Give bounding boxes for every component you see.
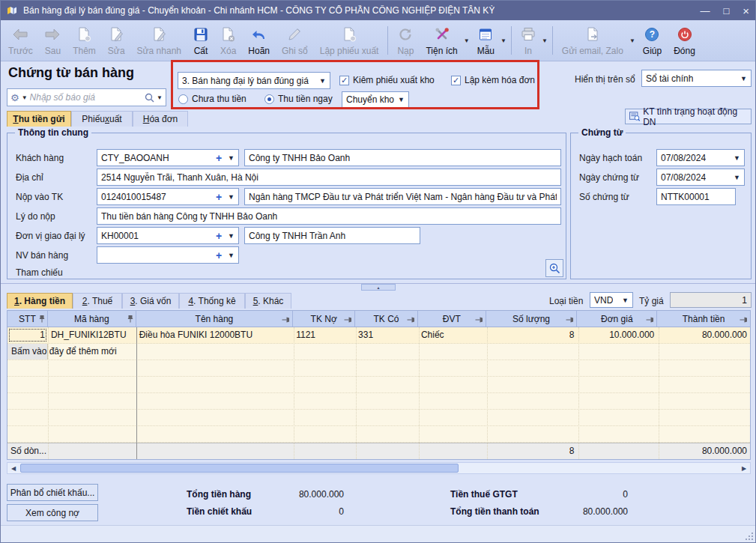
dropdown-caret-icon[interactable]: ▼ bbox=[618, 297, 629, 304]
tab-thong-ke[interactable]: 4. Thống kê bbox=[179, 293, 245, 309]
column-header-tk-no[interactable]: TK Nợ bbox=[293, 311, 355, 327]
empty-row[interactable] bbox=[7, 410, 750, 426]
customer-code-combo[interactable]: CTY_BAOOANH + ▼ bbox=[97, 149, 239, 166]
cell-unit[interactable]: Chiếc bbox=[418, 327, 486, 343]
cell-credit-account[interactable]: 331 bbox=[355, 327, 418, 343]
create-export-slip-button[interactable]: Lập phiếu xuất bbox=[314, 22, 385, 59]
dropdown-caret-icon[interactable]: ▼ bbox=[224, 154, 235, 162]
customer-name-field[interactable]: Công ty TNHH Bảo Oanh bbox=[244, 149, 561, 166]
cell-item-code[interactable]: DH_FUNIKI12BTU bbox=[48, 327, 136, 343]
export-slip-checkbox[interactable]: ✓ Kiêm phiếu xuất kho bbox=[339, 75, 435, 85]
column-header-dvt[interactable]: ĐVT bbox=[418, 311, 486, 327]
deposit-account-combo[interactable]: 0124010015487 + ▼ bbox=[97, 188, 239, 205]
cell-amount[interactable]: 80.000.000 bbox=[657, 327, 750, 343]
pin-horizontal-icon[interactable] bbox=[475, 315, 483, 325]
bank-name-field[interactable]: Ngân hàng TMCP Đầu tư và Phát triển Việt… bbox=[244, 188, 561, 205]
gear-icon[interactable]: ⚙ bbox=[10, 92, 19, 103]
column-header-stt[interactable]: STT bbox=[7, 311, 48, 327]
horizontal-scrollbar[interactable]: ◀ ▶ bbox=[7, 462, 751, 474]
dropdown-caret-icon[interactable]: ▼ bbox=[730, 174, 740, 181]
post-to-book-button[interactable]: Ghi sổ bbox=[276, 22, 314, 59]
currency-combo[interactable]: VND ▼ bbox=[590, 292, 633, 308]
save-button[interactable]: Cất bbox=[187, 22, 214, 59]
add-new-icon[interactable]: + bbox=[214, 152, 224, 164]
add-new-icon[interactable]: + bbox=[214, 191, 224, 203]
view-debt-button[interactable]: Xem công nợ bbox=[7, 504, 98, 521]
print-dropdown-caret-icon[interactable]: ▼ bbox=[542, 37, 549, 44]
cell-item-name[interactable]: Điều hòa FUNIKI 12000BTU bbox=[136, 327, 294, 343]
allocate-discount-button[interactable]: Phân bổ chiết khấu... bbox=[7, 484, 98, 501]
utilities-button[interactable]: Tiện ích bbox=[420, 22, 463, 59]
pin-horizontal-icon[interactable] bbox=[282, 315, 290, 325]
print-button[interactable]: In bbox=[515, 22, 542, 59]
edit-button[interactable]: Sửa bbox=[102, 22, 131, 59]
collect-now-radio[interactable]: Thu tiền ngay bbox=[264, 94, 333, 104]
tab-thue[interactable]: 2. Thuế bbox=[73, 293, 122, 309]
display-on-book-combo[interactable]: Sổ tài chính ▼ bbox=[641, 70, 752, 87]
send-email-zalo-button[interactable]: Gửi email, Zalo bbox=[556, 22, 629, 59]
collapse-panel-button[interactable]: ▲ bbox=[361, 284, 396, 291]
add-new-row[interactable]: Bấm vào đây để thêm mới bbox=[7, 344, 750, 360]
salesperson-combo[interactable]: + ▼ bbox=[97, 246, 239, 264]
resize-grip-icon[interactable] bbox=[746, 533, 754, 541]
maximize-button[interactable]: □ bbox=[723, 5, 729, 16]
gear-dropdown-caret-icon[interactable]: ▼ bbox=[22, 94, 28, 101]
column-header-thanh-tien[interactable]: Thành tiền bbox=[657, 311, 750, 327]
address-field[interactable]: 2514 Nguyễn Trãi, Thanh Xuân, Hà Nội bbox=[97, 169, 561, 186]
scroll-left-button[interactable]: ◀ bbox=[7, 463, 19, 473]
pin-icon[interactable] bbox=[127, 315, 133, 325]
table-row[interactable]: 1 DH_FUNIKI12BTU Điều hòa FUNIKI 12000BT… bbox=[7, 327, 750, 344]
search-dropdown-caret-icon[interactable]: ▼ bbox=[157, 94, 163, 101]
pin-horizontal-icon[interactable] bbox=[646, 315, 654, 325]
column-header-so-luong[interactable]: Số lượng bbox=[486, 311, 578, 327]
quick-edit-button[interactable]: Sửa nhanh bbox=[131, 22, 187, 59]
not-collected-radio[interactable]: Chưa thu tiền bbox=[178, 94, 247, 104]
dropdown-caret-icon[interactable]: ▼ bbox=[730, 154, 740, 162]
close-button[interactable]: × bbox=[743, 4, 749, 17]
cell-debit-account[interactable]: 1121 bbox=[293, 327, 355, 343]
tab-gia-von[interactable]: 3. Giá vốn bbox=[122, 293, 179, 309]
sale-type-combo[interactable]: 3. Bán hàng đại lý bán đúng giá ▼ bbox=[178, 72, 330, 89]
column-header-ma-hang[interactable]: Mã hàng bbox=[48, 311, 136, 327]
search-icon[interactable] bbox=[145, 93, 154, 103]
document-date-combo[interactable]: 07/08/2024 ▼ bbox=[656, 169, 745, 186]
undo-button[interactable]: Hoãn bbox=[242, 22, 276, 59]
utilities-dropdown-caret-icon[interactable]: ▼ bbox=[464, 37, 471, 44]
add-button[interactable]: Thêm bbox=[67, 22, 102, 59]
column-header-tk-co[interactable]: TK Có bbox=[355, 311, 418, 327]
send-dropdown-caret-icon[interactable]: ▼ bbox=[629, 37, 637, 44]
empty-row[interactable] bbox=[7, 393, 750, 410]
agent-name-field[interactable]: Công ty TNHH Trần Anh bbox=[244, 227, 420, 244]
quote-search-input[interactable] bbox=[30, 92, 143, 103]
pin-horizontal-icon[interactable] bbox=[344, 315, 352, 325]
pin-horizontal-icon[interactable] bbox=[740, 315, 748, 325]
payment-method-combo[interactable]: Chuyển khoản ▼ bbox=[342, 91, 409, 108]
tab-hang-tien[interactable]: 1. Hàng tiền bbox=[7, 293, 73, 309]
agent-code-combo[interactable]: KH00001 + ▼ bbox=[97, 227, 239, 244]
tab-thu-tien-gui[interactable]: Thu tiền gửi bbox=[7, 111, 71, 127]
templates-dropdown-caret-icon[interactable]: ▼ bbox=[501, 37, 508, 44]
reload-button[interactable]: Nạp bbox=[391, 22, 420, 59]
close-form-button[interactable]: Đóng bbox=[668, 22, 701, 59]
empty-row[interactable] bbox=[7, 377, 750, 393]
dropdown-caret-icon[interactable]: ▼ bbox=[224, 252, 235, 259]
empty-row[interactable] bbox=[7, 426, 750, 443]
cell-stt[interactable]: 1 bbox=[7, 327, 48, 343]
add-new-hint[interactable]: Bấm vào đây để thêm mới bbox=[7, 344, 120, 360]
add-new-icon[interactable]: + bbox=[214, 230, 224, 242]
document-no-field[interactable]: NTTK00001 bbox=[656, 188, 736, 205]
dropdown-caret-icon[interactable]: ▼ bbox=[224, 232, 235, 240]
add-new-icon[interactable]: + bbox=[214, 249, 224, 261]
previous-button[interactable]: Trước bbox=[2, 22, 39, 59]
with-invoice-checkbox[interactable]: ✓ Lập kèm hóa đơn bbox=[451, 75, 535, 85]
templates-button[interactable]: Mẫu bbox=[471, 22, 501, 59]
check-business-status-button[interactable]: KT tình trạng hoạt động DN bbox=[625, 109, 752, 124]
next-button[interactable]: Sau bbox=[39, 22, 67, 59]
cell-unit-price[interactable]: 10.000.000 bbox=[577, 327, 657, 343]
tab-khac[interactable]: 5. Khác bbox=[245, 293, 291, 309]
delete-button[interactable]: Xóa bbox=[214, 22, 242, 59]
empty-row[interactable] bbox=[7, 360, 750, 377]
pin-icon[interactable] bbox=[39, 315, 45, 325]
minimize-button[interactable]: — bbox=[700, 5, 710, 16]
tab-hoa-don[interactable]: Hóa đơn bbox=[133, 111, 188, 127]
